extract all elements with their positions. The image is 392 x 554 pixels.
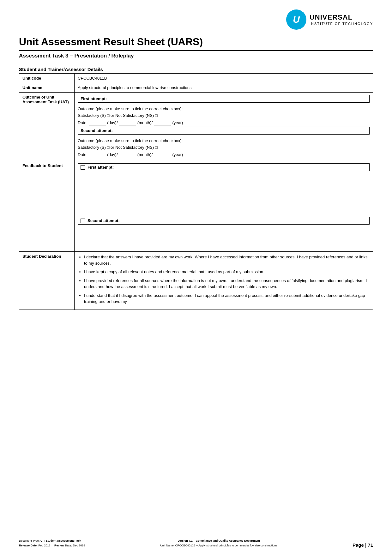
feedback-label: Feedback to Student: [19, 161, 75, 252]
table-row-outcome: Outcome of UnitAssessment Task (UAT) Fir…: [19, 93, 373, 161]
feedback-second-attempt-box: Second attempt:: [78, 217, 370, 225]
review-value: Dec 2018: [73, 544, 85, 547]
list-item: I declare that the answers I have provid…: [84, 254, 370, 266]
outcome-instruction-2: Outcome (please make sure to tick the co…: [78, 138, 370, 143]
version-value: Compliance and Quality Assurance Departm…: [196, 539, 260, 542]
outcome-satisfactory-2: Satisfactory (S) □ or Not Satisfactory (…: [78, 145, 370, 150]
review-label: Review Date:: [54, 544, 72, 547]
feedback-second-space: [78, 227, 370, 249]
header: U UNIVERSAL INSTITUTE OF TECHNOLOGY: [19, 9, 373, 30]
outcome-instruction-1: Outcome (please make sure to tick the co…: [78, 106, 370, 111]
footer-page: Page | 71: [353, 542, 373, 548]
outcome-label: Outcome of UnitAssessment Task (UAT): [19, 93, 75, 161]
unit-code-label: Unit code: [19, 74, 75, 83]
feedback-first-space: [78, 174, 370, 212]
unit-code-value: CPCCBC4011B: [75, 74, 373, 83]
list-item: I have kept a copy of all relevant notes…: [84, 269, 370, 275]
release-value: Feb 2017: [39, 544, 51, 547]
unit-value: CPCCBC4011B – Apply structural principle…: [175, 544, 277, 547]
unit-name-label: Unit name: [19, 83, 75, 93]
feedback-first-attempt-box: First attempt:: [78, 163, 370, 171]
date-row-1: Date: (day)/ (month)/ (year): [78, 120, 370, 125]
doc-type-label: Document Type:: [19, 539, 39, 542]
second-attempt-box: Second attempt:: [78, 127, 370, 135]
unit-name-value: Apply structural principles to commercia…: [75, 83, 373, 93]
page-title: Unit Assessment Result Sheet (UARS): [19, 36, 373, 51]
declaration-content: I declare that the answers I have provid…: [75, 252, 373, 310]
release-label: Release Date:: [19, 544, 38, 547]
unit-label: Unit Name:: [160, 544, 174, 547]
logo-circle: U: [286, 9, 306, 30]
footer-center: Version 7.1 – Compliance and Quality Ass…: [160, 539, 277, 548]
feedback-second-checkbox[interactable]: [81, 219, 85, 223]
list-item: I have provided references for all sourc…: [84, 278, 370, 290]
feedback-first-checkbox[interactable]: [81, 165, 85, 170]
doc-type-value: UIT Student Assessment Pack: [40, 539, 81, 542]
table-row-feedback: Feedback to Student First attempt: Secon…: [19, 161, 373, 252]
logo-text: UNIVERSAL INSTITUTE OF TECHNOLOGY: [310, 13, 373, 26]
list-item: I understand that if I disagree with the…: [84, 292, 370, 305]
declaration-list: I declare that the answers I have provid…: [78, 254, 370, 305]
date-row-2: Date: (day)/ (month)/ (year): [78, 152, 370, 157]
main-table: Unit code CPCCBC4011B Unit name Apply st…: [19, 73, 373, 310]
logo-letter: U: [293, 14, 300, 25]
footer: Document Type: UIT Student Assessment Pa…: [19, 539, 373, 548]
page: U UNIVERSAL INSTITUTE OF TECHNOLOGY Unit…: [0, 0, 392, 554]
first-attempt-box: First attempt:: [78, 95, 370, 103]
declaration-label: Student Declaration: [19, 252, 75, 310]
version-label: Version 7.1 –: [178, 539, 195, 542]
table-row-declaration: Student Declaration I declare that the a…: [19, 252, 373, 310]
logo-sub: INSTITUTE OF TECHNOLOGY: [310, 22, 373, 26]
logo-area: U UNIVERSAL INSTITUTE OF TECHNOLOGY: [286, 9, 373, 30]
table-row-unit-name: Unit name Apply structural principles to…: [19, 83, 373, 93]
feedback-content: First attempt: Second attempt:: [75, 161, 373, 252]
table-row-unit-code: Unit code CPCCBC4011B: [19, 74, 373, 83]
logo-brand: UNIVERSAL: [310, 13, 373, 21]
outcome-satisfactory-1: Satisfactory (S) □ or Not Satisfactory (…: [78, 113, 370, 118]
section-heading: Student and Trainer/Assessor Details: [19, 67, 373, 72]
outcome-content: First attempt: Outcome (please make sure…: [75, 93, 373, 161]
assessment-task-title: Assessment Task 3 – Presentation / Rolep…: [19, 53, 373, 59]
footer-left: Document Type: UIT Student Assessment Pa…: [19, 539, 85, 548]
